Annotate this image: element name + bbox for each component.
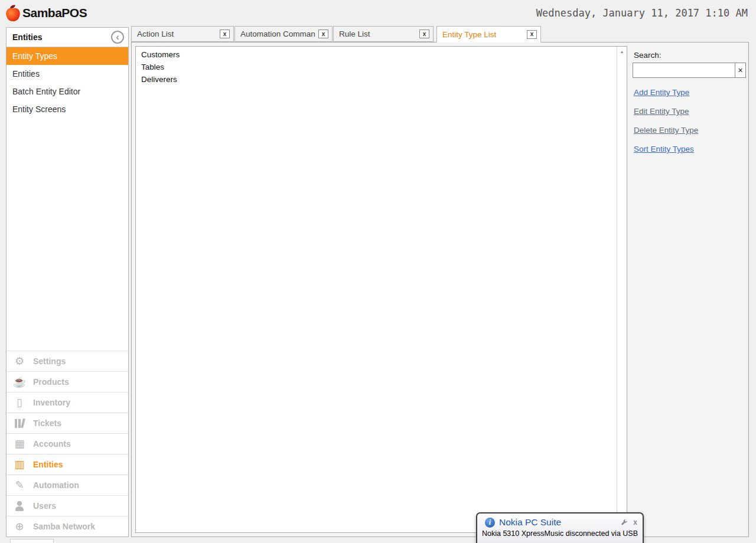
sidebar-section-accounts[interactable]: ▦ Accounts <box>6 433 128 454</box>
entities-sidebar: Entities ‹ Entity Types Entities Batch E… <box>6 27 129 537</box>
clear-search-icon[interactable]: × <box>735 63 746 78</box>
tab-label: Action List <box>137 30 174 38</box>
person-icon <box>12 501 27 511</box>
entity-type-list: Customers Tables Deliverers ▲ <box>135 46 627 533</box>
list-item[interactable]: Tables <box>136 61 627 73</box>
sidebar-section-entities[interactable]: ▥ Entities <box>6 454 128 475</box>
list-item[interactable]: Customers <box>136 48 627 61</box>
notification-title: Nokia PC Suite <box>499 517 561 528</box>
sidebar-spacer <box>6 118 128 351</box>
section-label: Settings <box>33 356 66 366</box>
books-icon <box>12 418 27 428</box>
sidebar-item-entity-types[interactable]: Entity Types <box>6 47 128 65</box>
section-label: Entities <box>33 460 63 469</box>
tab-rule-list[interactable]: Rule List x <box>333 26 434 42</box>
search-input[interactable] <box>633 63 735 78</box>
cabinet-icon: ▥ <box>12 459 27 470</box>
tab-label: Automation Comman <box>240 30 315 38</box>
sidebar-section-settings[interactable]: ⚙ Settings <box>6 351 128 371</box>
globe-icon: ⊕ <box>12 521 27 532</box>
sidebar-item-entity-screens[interactable]: Entity Screens <box>6 100 128 118</box>
coffee-cup-icon: ☕ <box>12 377 27 387</box>
clock-datetime: Wednesday, January 11, 2017 1:10 AM <box>536 7 756 19</box>
close-icon[interactable]: x <box>527 30 537 39</box>
sidebar-section-automation[interactable]: ✎ Automation <box>6 475 128 495</box>
app-logo: SambaPOS <box>0 4 87 22</box>
back-icon[interactable]: ‹ <box>111 31 124 44</box>
sidebar-section-users[interactable]: Users <box>6 495 128 516</box>
close-icon[interactable]: x <box>419 30 429 38</box>
tab-action-list[interactable]: Action List x <box>131 26 234 42</box>
section-label: Users <box>33 501 56 511</box>
edit-entity-type-link[interactable]: Edit Entity Type <box>634 107 752 116</box>
app-name: SambaPOS <box>22 6 87 20</box>
notification-message: Nokia 5310 XpressMusic disconnected via … <box>477 528 643 538</box>
section-label: Products <box>33 377 69 387</box>
title-bar: SambaPOS Wednesday, January 11, 2017 1:1… <box>0 0 756 26</box>
sort-entity-types-link[interactable]: Sort Entity Types <box>634 145 752 153</box>
sidebar-title: Entities <box>12 32 43 42</box>
section-label: Inventory <box>33 398 70 407</box>
sidebar-section-products[interactable]: ☕ Products <box>6 371 128 392</box>
sidebar-section-tickets[interactable]: Tickets <box>6 413 128 433</box>
delete-entity-type-link[interactable]: Delete Entity Type <box>634 126 752 135</box>
tab-label: Entity Type List <box>442 30 496 39</box>
search-label: Search: <box>634 51 752 60</box>
pencil-icon: ✎ <box>12 480 27 490</box>
list-item[interactable]: Deliverers <box>136 73 627 86</box>
sidebar-item-batch-entity-editor[interactable]: Batch Entity Editor <box>6 83 128 100</box>
entity-type-list-panel: Customers Tables Deliverers ▲ Search: × … <box>131 42 749 537</box>
box-icon: ▯ <box>12 397 27 408</box>
calculator-icon: ▦ <box>12 439 27 449</box>
vertical-scrollbar[interactable]: ▲ <box>617 47 627 532</box>
scroll-up-icon[interactable]: ▲ <box>617 47 627 54</box>
tab-automation-command[interactable]: Automation Comman x <box>234 26 333 42</box>
entity-type-actions: Search: × Add Entity Type Edit Entity Ty… <box>633 47 752 153</box>
section-label: Accounts <box>33 439 71 449</box>
add-entity-type-link[interactable]: Add Entity Type <box>634 88 752 97</box>
close-icon[interactable]: x <box>318 30 328 38</box>
sidebar-section-inventory[interactable]: ▯ Inventory <box>6 392 128 413</box>
sidebar-section-samba-network[interactable]: ⊕ Samba Network <box>6 516 128 537</box>
gear-icon: ⚙ <box>12 356 27 367</box>
section-label: Automation <box>33 480 79 490</box>
close-icon[interactable]: x <box>220 30 230 38</box>
section-label: Tickets <box>33 418 61 428</box>
tab-entity-type-list[interactable]: Entity Type List x <box>436 26 541 42</box>
wrench-icon[interactable] <box>621 519 628 526</box>
sidebar-item-entities[interactable]: Entities <box>6 65 128 83</box>
section-label: Samba Network <box>33 522 95 531</box>
info-icon: i <box>485 518 495 528</box>
close-icon[interactable]: x <box>633 519 637 526</box>
sambapos-apple-icon <box>5 4 21 22</box>
tab-label: Rule List <box>339 30 370 38</box>
sidebar-header: Entities ‹ <box>6 28 128 47</box>
clipped-bottom-widget <box>10 539 54 543</box>
nokia-pc-suite-notification: i Nokia PC Suite x Nokia 5310 XpressMusi… <box>476 512 644 543</box>
document-tabs: Action List x Automation Comman x Rule L… <box>131 26 541 42</box>
